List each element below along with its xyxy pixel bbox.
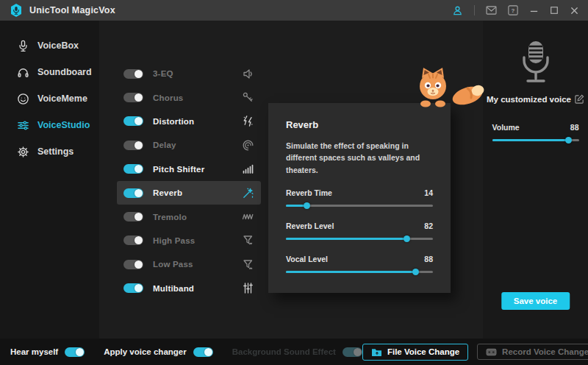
account-icon[interactable] [452,5,463,16]
apply-voice-changer-label: Apply voice changer [104,347,186,356]
reverb-level-label: Reverb Level [286,222,334,230]
vertical-faders-icon [242,282,254,294]
sidebar-item-voicebox[interactable]: VoiceBox [0,32,99,59]
smiley-icon [16,93,29,105]
save-voice-button[interactable]: Save voice [501,292,570,310]
effect-row[interactable]: Chorus [117,85,261,109]
effect-label: High Pass [153,236,195,245]
reverb-time-slider[interactable] [286,202,433,209]
volume-control: Volume 88 [492,123,579,143]
effect-toggle[interactable] [123,116,143,126]
app-window: UnicTool MagicVox ? [0,0,588,365]
titlebar-divider [474,5,475,15]
file-voice-change-button[interactable]: File Voice Change [362,344,468,361]
effect-toggle[interactable] [123,212,143,222]
sidebar-item-soundboard[interactable]: Soundboard [0,59,99,85]
reverb-level-slider[interactable] [286,235,433,242]
effect-row[interactable]: Distortion [117,110,261,133]
effect-row[interactable]: Pitch Shifter [117,157,261,181]
vocal-level-group: Vocal Level 88 [286,255,433,275]
effect-row[interactable]: Tremolo [117,205,261,228]
recorder-icon [486,348,497,356]
sidebar-item-voicestudio[interactable]: VoiceStudio [0,112,99,138]
toggle-knob [135,141,143,149]
effect-row[interactable]: Reverb [117,181,261,205]
effect-label: 3-EQ [153,69,173,78]
background-sound-effect-toggle[interactable] [343,347,362,357]
slider-knob[interactable] [412,269,419,275]
effect-toggle[interactable] [123,260,143,269]
effect-row[interactable]: Low Pass [117,252,261,276]
effect-label: Reverb [153,188,182,197]
speaker-icon [242,68,254,80]
apply-voice-changer-toggle[interactable] [193,347,213,357]
slider-fill [286,271,415,273]
toggle-knob [354,348,362,356]
slider-knob[interactable] [565,137,572,143]
cat-mascot [404,66,485,110]
reverb-time-group: Reverb Time 14 [286,188,433,209]
effect-label: Pitch Shifter [153,165,204,174]
slider-knob[interactable] [404,235,410,242]
effect-toggle[interactable] [123,141,143,150]
effect-row[interactable]: Delay [117,133,261,157]
help-icon[interactable]: ? [508,5,518,15]
volume-slider[interactable] [492,137,579,143]
slider-knob[interactable] [304,202,310,209]
sidebar-item-voicememe[interactable]: VoiceMeme [0,85,99,112]
effect-toggle[interactable] [123,235,143,245]
maximize-icon[interactable] [550,6,559,15]
background-sound-effect-group: Background Sound Effect [232,347,362,357]
vocal-level-slider[interactable] [286,269,433,275]
hear-myself-toggle[interactable] [65,347,85,357]
titlebar: UnicTool MagicVox ? [0,0,588,21]
sidebar-item-label: Settings [37,146,74,157]
toggle-knob [204,348,212,356]
sliders-icon [16,119,29,132]
close-icon[interactable] [570,6,579,15]
sidebar-item-label: VoiceBox [37,40,79,51]
customized-voice-label: My customized voice [487,95,571,104]
volume-value: 88 [570,123,579,132]
effect-label: Delay [153,141,176,149]
app-title: UnicTool MagicVox [29,5,115,15]
volume-label: Volume [492,123,520,132]
reverb-level-value: 82 [424,222,433,230]
background-sound-effect-label: Background Sound Effect [232,347,336,356]
toggle-knob [135,284,143,292]
effect-toggle[interactable] [123,283,143,293]
record-voice-change-button[interactable]: Record Voice Change [477,344,588,360]
effect-toggle[interactable] [123,164,143,174]
toggle-knob [135,189,143,197]
effect-row[interactable]: Multiband [117,277,261,300]
slider-fill [492,139,569,141]
panel-description: Simulate the effect of speaking in diffe… [286,140,433,176]
edit-pencil-icon[interactable] [575,94,584,104]
vocal-level-label: Vocal Level [286,255,328,263]
file-voice-change-label: File Voice Change [387,347,459,356]
reverb-time-label: Reverb Time [286,188,332,197]
effect-toggle[interactable] [123,69,143,79]
bottom-control-bar: Hear myself Apply voice changer Backgrou… [0,339,588,365]
distortion-bolt-icon [242,115,254,127]
effects-list: 3-EQ Chorus Distortion Delay Pitch S [117,62,261,300]
effect-row[interactable]: 3-EQ [117,62,261,85]
effect-toggle[interactable] [123,188,143,198]
big-microphone-icon [517,40,555,88]
effect-label: Distortion [153,117,194,126]
apply-voice-changer-group: Apply voice changer [104,347,212,357]
sidebar-item-label: VoiceMeme [37,93,87,104]
slider-fill [286,238,406,240]
effect-toggle[interactable] [123,93,143,102]
effect-row[interactable]: High Pass [117,229,261,252]
funnel-high-icon [242,234,254,247]
reverb-time-value: 14 [424,188,433,197]
magic-wand-icon [242,187,254,199]
headphones-icon [16,66,29,79]
sidebar-item-settings[interactable]: Settings [0,138,99,165]
toggle-knob [135,165,143,173]
mail-icon[interactable] [486,6,497,15]
spiral-icon [242,139,254,152]
minimize-icon[interactable] [529,6,539,15]
effect-label: Tremolo [153,213,187,222]
